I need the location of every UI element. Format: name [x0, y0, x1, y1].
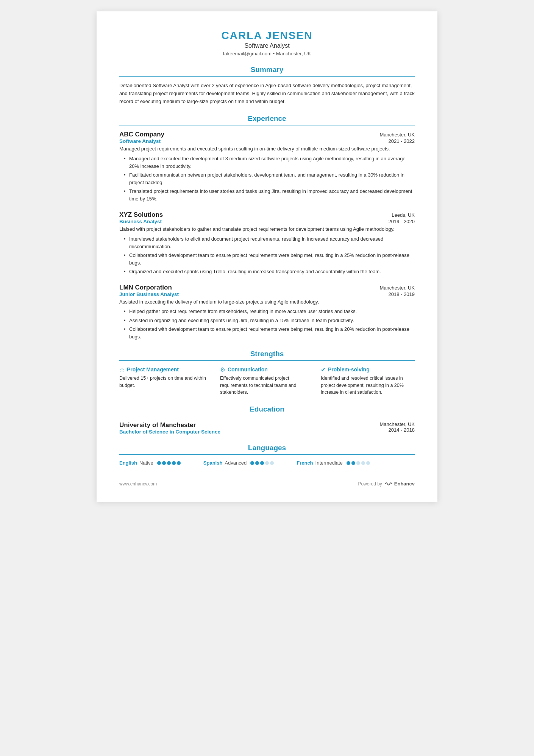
- lang-dot: [351, 461, 355, 465]
- language-english: English Native: [119, 460, 181, 466]
- list-item: Facilitated communication between projec…: [124, 171, 415, 186]
- lang-dot: [177, 461, 181, 465]
- job-abc-company: ABC Company Manchester, UK Software Anal…: [119, 131, 415, 203]
- summary-divider: [119, 76, 415, 77]
- list-item: Managed and executed the development of …: [124, 155, 415, 170]
- resume-container: CARLA JENSEN Software Analyst fakeemail@…: [97, 11, 437, 502]
- job-xyz-solutions: XYZ Solutions Leeds, UK Business Analyst…: [119, 211, 415, 275]
- star-icon: ☆: [119, 366, 125, 373]
- job-xyz-header: XYZ Solutions Leeds, UK: [119, 211, 415, 219]
- job-lmn-role: Junior Business Analyst: [119, 291, 179, 297]
- footer-powered-by: Powered by Enhancv: [358, 481, 415, 487]
- job-abc-role-row: Software Analyst 2021 - 2022: [119, 138, 415, 144]
- strength-pm-title: Project Management: [127, 366, 179, 373]
- edu-institution: University of Manchester: [119, 421, 220, 429]
- strengths-section-title: Strengths: [119, 350, 415, 358]
- enhancv-logo-icon: [384, 481, 393, 487]
- enhancv-logo: Enhancv: [384, 481, 415, 487]
- job-lmn-corporation: LMN Corporation Manchester, UK Junior Bu…: [119, 284, 415, 341]
- job-xyz-company-name: XYZ Solutions: [119, 211, 163, 219]
- lang-dot: [172, 461, 176, 465]
- job-abc-bullets: Managed and executed the development of …: [119, 155, 415, 203]
- job-abc-role: Software Analyst: [119, 138, 161, 144]
- header-section: CARLA JENSEN Software Analyst fakeemail@…: [119, 30, 415, 56]
- job-abc-location: Manchester, UK: [380, 132, 415, 138]
- list-item: Translated project requirements into use…: [124, 188, 415, 203]
- job-lmn-desc: Assisted in executing the delivery of me…: [119, 298, 415, 306]
- lang-dot: [260, 461, 264, 465]
- checkmark-icon: ✔: [321, 366, 326, 373]
- job-xyz-role-row: Business Analyst 2019 - 2020: [119, 219, 415, 224]
- strength-ps-header: ✔ Problem-solving: [321, 366, 415, 373]
- job-lmn-role-row: Junior Business Analyst 2018 - 2019: [119, 291, 415, 297]
- education-section-title: Education: [119, 405, 415, 413]
- languages-section-title: Languages: [119, 444, 415, 452]
- lang-english-level: Native: [139, 460, 153, 466]
- strength-communication: ⚙ Communication Effectively communicated…: [220, 366, 314, 396]
- candidate-title: Software Analyst: [119, 42, 415, 49]
- lang-spanish-dots: [250, 461, 274, 465]
- job-xyz-bullets: Interviewed stakeholders to elicit and d…: [119, 235, 415, 276]
- experience-divider: [119, 125, 415, 125]
- summary-section-title: Summary: [119, 66, 415, 74]
- strengths-divider: [119, 360, 415, 361]
- language-french: French Intermediate: [297, 460, 370, 466]
- education-divider: [119, 416, 415, 416]
- list-item: Collaborated with development team to en…: [124, 326, 415, 341]
- lang-english-dots: [157, 461, 181, 465]
- strength-comm-header: ⚙ Communication: [220, 366, 314, 373]
- lang-french-dots: [347, 461, 370, 465]
- job-abc-desc: Managed project requirements and execute…: [119, 145, 415, 153]
- job-lmn-location: Manchester, UK: [380, 285, 415, 291]
- job-xyz-dates: 2019 - 2020: [389, 219, 415, 224]
- strength-ps-title: Problem-solving: [328, 366, 370, 373]
- strength-pm-desc: Delivered 15+ projects on time and withi…: [119, 375, 213, 389]
- list-item: Organized and executed sprints using Tre…: [124, 268, 415, 275]
- candidate-contact: fakeemail@gmail.com • Manchester, UK: [119, 51, 415, 56]
- edu-location: Manchester, UK: [380, 421, 415, 427]
- enhancv-brand-name: Enhancv: [394, 481, 415, 487]
- job-xyz-desc: Liaised with project stakeholders to gat…: [119, 225, 415, 233]
- job-xyz-role: Business Analyst: [119, 219, 162, 224]
- list-item: Helped gather project requirements from …: [124, 308, 415, 315]
- list-item: Interviewed stakeholders to elicit and d…: [124, 235, 415, 250]
- lang-dot: [255, 461, 259, 465]
- lang-dot: [167, 461, 171, 465]
- lang-dot: [250, 461, 254, 465]
- strength-problem-solving: ✔ Problem-solving Identified and resolve…: [321, 366, 415, 396]
- list-item: Collaborated with development team to en…: [124, 252, 415, 267]
- languages-divider: [119, 454, 415, 455]
- strengths-grid: ☆ Project Management Delivered 15+ proje…: [119, 366, 415, 396]
- lang-spanish-level: Advanced: [225, 460, 247, 466]
- lang-spanish-name: Spanish: [203, 460, 223, 466]
- strength-pm-header: ☆ Project Management: [119, 366, 213, 373]
- lang-french-level: Intermediate: [315, 460, 343, 466]
- lang-dot: [366, 461, 370, 465]
- edu-dates: 2014 - 2018: [380, 427, 415, 433]
- communication-icon: ⚙: [220, 366, 225, 373]
- experience-section-title: Experience: [119, 114, 415, 123]
- footer: www.enhancv.com Powered by Enhancv: [119, 478, 415, 487]
- lang-dot: [265, 461, 269, 465]
- strength-comm-desc: Effectively communicated project require…: [220, 375, 314, 396]
- candidate-email: fakeemail@gmail.com: [223, 51, 272, 56]
- job-lmn-dates: 2018 - 2019: [389, 291, 415, 297]
- candidate-name: CARLA JENSEN: [119, 30, 415, 42]
- candidate-location: Manchester, UK: [276, 51, 311, 56]
- language-spanish: Spanish Advanced: [203, 460, 274, 466]
- footer-url: www.enhancv.com: [119, 481, 157, 487]
- job-xyz-location: Leeds, UK: [392, 212, 415, 218]
- lang-dot: [361, 461, 365, 465]
- strength-project-management: ☆ Project Management Delivered 15+ proje…: [119, 366, 213, 396]
- languages-row: English Native Spanish Advanced: [119, 460, 415, 466]
- job-lmn-bullets: Helped gather project requirements from …: [119, 308, 415, 341]
- strength-comm-title: Communication: [228, 366, 268, 373]
- contact-separator: •: [273, 51, 276, 56]
- education-block: University of Manchester Bachelor of Sci…: [119, 421, 415, 435]
- lang-english-name: English: [119, 460, 137, 466]
- lang-dot: [270, 461, 274, 465]
- job-lmn-header: LMN Corporation Manchester, UK: [119, 284, 415, 291]
- strength-ps-desc: Identified and resolved critical issues …: [321, 375, 415, 396]
- lang-dot: [162, 461, 166, 465]
- job-abc-dates: 2021 - 2022: [389, 138, 415, 144]
